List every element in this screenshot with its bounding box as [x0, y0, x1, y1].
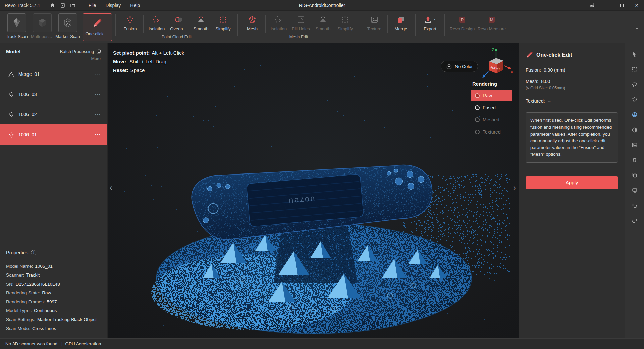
item-menu-icon[interactable]: ⋯	[95, 93, 101, 96]
item-menu-icon[interactable]: ⋯	[95, 72, 101, 76]
image-adjust-icon[interactable]	[630, 140, 640, 150]
item-menu-icon[interactable]: ⋯	[95, 113, 101, 116]
fusion-label: Fusion	[123, 26, 137, 31]
viewport-3d[interactable]: nazon Set pivot point:Alt + Left-Click M…	[108, 43, 519, 338]
menu-display[interactable]: Display	[101, 0, 125, 11]
property-row: SN:D25712865H6L10L48	[6, 281, 101, 288]
multi-position-scan-button[interactable]: Multi-posi…	[30, 13, 55, 39]
radio-icon	[475, 117, 480, 122]
point-cloud-edit-caption: Point Cloud Edit	[162, 35, 192, 39]
property-row: Scan Settings:Marker Tracking-Black Obje…	[6, 316, 101, 323]
lasso-select-icon[interactable]	[630, 80, 640, 90]
revo-measure-label: Revo Measure	[478, 26, 506, 31]
rendering-option-fused[interactable]: Fused	[471, 102, 512, 113]
model-item-1006-03[interactable]: 1006_03 ⋯	[0, 84, 107, 104]
select-arrow-icon[interactable]	[630, 49, 640, 59]
pc-smooth-button[interactable]: Smooth	[190, 13, 212, 31]
open-folder-icon[interactable]	[68, 0, 78, 11]
rendering-option-raw[interactable]: Raw	[471, 90, 512, 101]
svg-text:Z: Z	[492, 48, 494, 52]
snapshot-icon[interactable]	[630, 185, 640, 195]
new-project-icon[interactable]	[58, 0, 68, 11]
close-button[interactable]: ✕	[629, 0, 644, 11]
polygon-select-icon[interactable]	[630, 95, 640, 105]
fusion-button[interactable]: Fusion	[119, 13, 141, 31]
app-window: Revo Track 5.7.1 File Display Help RIG-A…	[0, 0, 644, 349]
mesh-button[interactable]: Mesh	[241, 13, 263, 31]
multi-position-icon	[33, 13, 52, 32]
selection-tool-rail	[625, 43, 644, 338]
duplicate-icon[interactable]	[630, 170, 640, 180]
menu-file[interactable]: File	[84, 0, 101, 11]
model-item-1006-02[interactable]: 1006_02 ⋯	[0, 104, 107, 124]
track-scan-button[interactable]: Track Scan	[4, 13, 30, 39]
marker-scan-button[interactable]: Marker Scan	[55, 13, 80, 39]
overlap-icon	[174, 15, 183, 24]
pen-icon	[526, 51, 533, 59]
rendering-option-meshed[interactable]: Meshed	[471, 114, 512, 125]
statusbar: No 3D scanner was found. | GPU Accelerat…	[0, 338, 644, 349]
revo-measure-button[interactable]: M Revo Measure	[476, 13, 507, 31]
export-chevron-icon[interactable]: ⌄	[433, 16, 436, 21]
info-icon[interactable]: i	[31, 250, 36, 255]
model-item-label: Merge_01	[18, 71, 40, 77]
mesh-isolation-label: Isolation	[271, 26, 287, 31]
fusion-param: Fusion:0.30 (mm)	[526, 67, 618, 73]
revo-design-button[interactable]: R Revo Design	[448, 13, 476, 31]
pc-simplify-button[interactable]: Simplify	[212, 13, 234, 31]
apply-button[interactable]: Apply	[526, 176, 618, 189]
one-click-edit-button[interactable]: One-click …	[83, 13, 112, 41]
menu-help[interactable]: Help	[125, 0, 145, 11]
settings-sliders-icon[interactable]	[585, 0, 600, 11]
mesh-simplify-button[interactable]: Simplify	[334, 13, 356, 31]
item-menu-icon[interactable]: ⋯	[95, 133, 101, 136]
model-item-label: 1006_02	[18, 112, 37, 117]
rect-select-icon[interactable]	[630, 64, 640, 74]
fill-holes-label: Fill Holes	[292, 26, 310, 31]
globe-icon[interactable]	[630, 110, 640, 120]
undo-icon[interactable]	[630, 200, 640, 210]
mesh-icon	[248, 15, 257, 24]
texture-button[interactable]: Texture	[363, 13, 385, 31]
model-item-merge-01[interactable]: Merge_01 ⋯	[0, 64, 107, 84]
mesh-smooth-button[interactable]: Smooth	[312, 13, 334, 31]
one-click-edit-panel: One-click Edit Fusion:0.30 (mm) Mesh:8.0…	[519, 43, 625, 338]
no-color-toggle[interactable]: No Color	[441, 61, 478, 72]
properties-section: Properties i Model Name:1006_01 Scanner:…	[0, 250, 107, 339]
minimize-button[interactable]	[600, 0, 614, 11]
fill-holes-button[interactable]: Fill Holes	[290, 13, 312, 31]
property-row: Scan Mode:Cross Lines	[6, 325, 101, 332]
batch-processing-button[interactable]: Batch Processing	[60, 49, 101, 54]
toolbar-collapse-button[interactable]	[635, 26, 639, 32]
scan-render[interactable]: nazon	[108, 43, 519, 338]
property-row: Model Name:1006_01	[6, 263, 101, 270]
home-icon[interactable]	[48, 0, 58, 11]
revo-design-icon: R	[458, 15, 467, 24]
maximize-button[interactable]	[614, 0, 629, 11]
trash-icon[interactable]	[630, 155, 640, 165]
redo-icon[interactable]	[630, 215, 640, 226]
marker-scan-label: Marker Scan	[55, 34, 80, 39]
mesh-isolation-button[interactable]: Isolation	[268, 13, 290, 31]
mesh-model-icon	[8, 71, 14, 78]
pc-smooth-icon	[197, 15, 205, 24]
overlap-button[interactable]: Overla…	[168, 13, 190, 31]
multi-position-label: Multi-posi…	[31, 34, 54, 39]
status-separator: |	[61, 341, 63, 346]
textured-param: Textured:--	[526, 98, 618, 104]
merge-button[interactable]: Merge	[390, 13, 412, 31]
orientation-cube[interactable]: Z FRONT X	[478, 47, 514, 84]
contrast-icon[interactable]	[630, 125, 640, 135]
scanner-status: No 3D scanner was found.	[5, 341, 59, 346]
model-item-1006-01-selected[interactable]: 1006_01 ⋯	[0, 124, 107, 145]
export-button[interactable]: ⌄ Export	[419, 13, 441, 31]
grid-size-note: (≈ Grid Size: 0.05mm)	[526, 86, 618, 90]
more-button[interactable]: More	[0, 54, 107, 64]
collapse-right-panel-button[interactable]: ›	[512, 180, 517, 195]
collapse-left-panel-button[interactable]: ‹	[108, 180, 114, 195]
rendering-option-textured[interactable]: Textured	[471, 126, 512, 137]
svg-text:X: X	[511, 70, 513, 74]
svg-text:M: M	[490, 18, 493, 22]
pc-isolation-button[interactable]: Isolation	[146, 13, 168, 31]
property-row: Model Type :Continuous	[6, 307, 101, 314]
